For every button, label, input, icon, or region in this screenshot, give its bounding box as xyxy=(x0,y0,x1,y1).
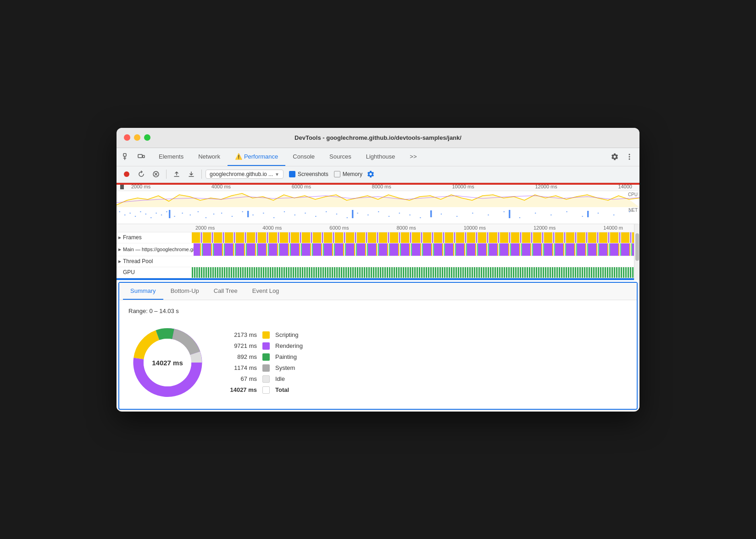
timeline-content: 2000 ms 4000 ms 6000 ms 8000 ms 10000 ms… xyxy=(117,224,634,280)
url-bar-text: googlechrome.github.io ... xyxy=(210,171,273,177)
tab-summary[interactable]: Summary xyxy=(123,283,163,300)
upload-button[interactable] xyxy=(170,168,183,181)
idle-ms: 67 ms xyxy=(225,375,257,382)
tab-network[interactable]: Network xyxy=(191,148,228,166)
timeline-overview[interactable]: 2000 ms 4000 ms 6000 ms 8000 ms 10000 ms… xyxy=(117,183,639,224)
svg-rect-53 xyxy=(504,211,505,212)
minimize-button[interactable] xyxy=(134,134,140,141)
tab-sources[interactable]: Sources xyxy=(322,148,359,166)
svg-rect-41 xyxy=(357,213,358,214)
cpu-label: CPU xyxy=(628,192,638,197)
svg-rect-58 xyxy=(582,216,583,217)
svg-rect-31 xyxy=(252,214,253,215)
frames-bar xyxy=(192,232,634,243)
tab-more[interactable]: >> xyxy=(402,148,424,166)
svg-rect-38 xyxy=(326,211,327,212)
svg-rect-29 xyxy=(232,216,233,217)
thread-pool-content[interactable] xyxy=(192,256,634,267)
main-bar xyxy=(194,243,634,256)
svg-rect-22 xyxy=(174,216,175,217)
traffic-lights xyxy=(124,134,150,141)
tab-bar-icons xyxy=(120,150,148,163)
memory-label: Memory xyxy=(343,171,362,177)
tab-console[interactable]: Console xyxy=(285,148,322,166)
panel-content: Range: 0 – 14.03 s xyxy=(119,300,637,409)
svg-rect-26 xyxy=(206,217,206,218)
screenshots-checkbox[interactable] xyxy=(289,171,295,177)
svg-rect-49 xyxy=(441,214,442,214)
rendering-name: Rendering xyxy=(275,342,303,349)
main-expand-icon[interactable]: ▶ xyxy=(118,248,121,252)
scrollbar-thumb[interactable] xyxy=(635,233,639,261)
svg-rect-52 xyxy=(488,214,489,215)
filter-url-bar[interactable]: googlechrome.github.io ... ▼ xyxy=(206,170,284,179)
maximize-button[interactable] xyxy=(144,134,150,141)
memory-checkbox-label[interactable]: Memory xyxy=(334,171,362,177)
timeline-row-main: ▶ Main — https://googlechrome.github.io/… xyxy=(117,243,634,256)
svg-rect-59 xyxy=(598,213,599,214)
svg-point-7 xyxy=(629,159,630,160)
timeline-scrollbar[interactable] xyxy=(634,224,639,280)
svg-rect-40 xyxy=(347,217,348,218)
total-name: Total xyxy=(275,386,289,393)
scripting-name: Scripting xyxy=(275,331,299,338)
svg-rect-25 xyxy=(198,211,199,212)
memory-checkbox[interactable] xyxy=(334,171,340,177)
settings-icon[interactable] xyxy=(608,150,621,163)
tab-lighthouse[interactable]: Lighthouse xyxy=(359,148,403,166)
svg-rect-50 xyxy=(456,216,457,217)
close-button[interactable] xyxy=(124,134,130,141)
more-options-icon[interactable] xyxy=(623,150,636,163)
frames-expand-icon[interactable]: ▶ xyxy=(118,236,121,240)
tab-elements[interactable]: Elements xyxy=(151,148,191,166)
main-label-area: ▶ Main — https://googlechrome.github.io/… xyxy=(118,247,194,252)
svg-rect-55 xyxy=(535,213,536,214)
svg-rect-64 xyxy=(352,210,353,218)
total-color xyxy=(262,386,270,394)
panel-tabs: Summary Bottom-Up Call Tree Event Log xyxy=(119,283,637,300)
tab-bar-right xyxy=(608,150,636,163)
svg-rect-54 xyxy=(519,217,520,218)
tab-event-log[interactable]: Event Log xyxy=(245,283,287,300)
tab-bar: Elements Network ⚠️ Performance Console … xyxy=(117,148,639,166)
screenshots-checkbox-label[interactable]: Screenshots xyxy=(289,171,328,177)
painting-ms: 892 ms xyxy=(225,353,257,360)
tab-performance[interactable]: ⚠️ Performance xyxy=(228,148,285,166)
system-ms: 1174 ms xyxy=(225,364,257,371)
donut-center-label: 14027 ms xyxy=(152,358,183,366)
frames-content[interactable] xyxy=(192,232,634,243)
ruler-marks-1: 2000 ms 4000 ms 6000 ms 8000 ms 10000 ms… xyxy=(131,184,639,189)
idle-color xyxy=(262,375,270,383)
record-button[interactable] xyxy=(120,168,133,181)
capture-settings-button[interactable] xyxy=(364,168,377,181)
window-title: DevTools - googlechrome.github.io/devtoo… xyxy=(295,134,461,141)
clear-button[interactable] xyxy=(150,168,162,181)
tab-bottom-up[interactable]: Bottom-Up xyxy=(163,283,206,300)
screenshots-label: Screenshots xyxy=(298,171,328,177)
tab-call-tree[interactable]: Call Tree xyxy=(206,283,245,300)
rendering-ms: 9721 ms xyxy=(225,342,257,349)
download-button[interactable] xyxy=(185,168,198,181)
legend-row-scripting: 2173 ms Scripting xyxy=(225,331,303,339)
legend-row-rendering: 9721 ms Rendering xyxy=(225,342,303,350)
thread-pool-label: Thread Pool xyxy=(123,258,153,264)
svg-rect-30 xyxy=(242,211,243,212)
thread-pool-label-area: ▶ Thread Pool xyxy=(118,258,192,264)
main-content[interactable] xyxy=(194,243,634,256)
toolbar-separator-2 xyxy=(201,170,202,179)
summary-area: 14027 ms 2173 ms Scripting 9721 ms xyxy=(128,324,628,402)
svg-rect-44 xyxy=(389,216,389,217)
svg-rect-13 xyxy=(124,214,125,215)
reload-record-button[interactable] xyxy=(135,168,148,181)
cpu-net-area: CPU NET xyxy=(117,191,639,221)
inspect-icon[interactable] xyxy=(120,150,133,163)
svg-rect-39 xyxy=(336,214,337,214)
gpu-content[interactable] xyxy=(192,267,634,278)
thread-pool-expand-icon[interactable]: ▶ xyxy=(118,259,121,264)
svg-rect-67 xyxy=(587,211,589,217)
svg-rect-45 xyxy=(399,213,400,214)
svg-rect-27 xyxy=(213,214,214,214)
timeline-selection-bar[interactable] xyxy=(117,278,634,280)
device-toggle-icon[interactable] xyxy=(135,150,148,163)
painting-name: Painting xyxy=(275,353,297,360)
